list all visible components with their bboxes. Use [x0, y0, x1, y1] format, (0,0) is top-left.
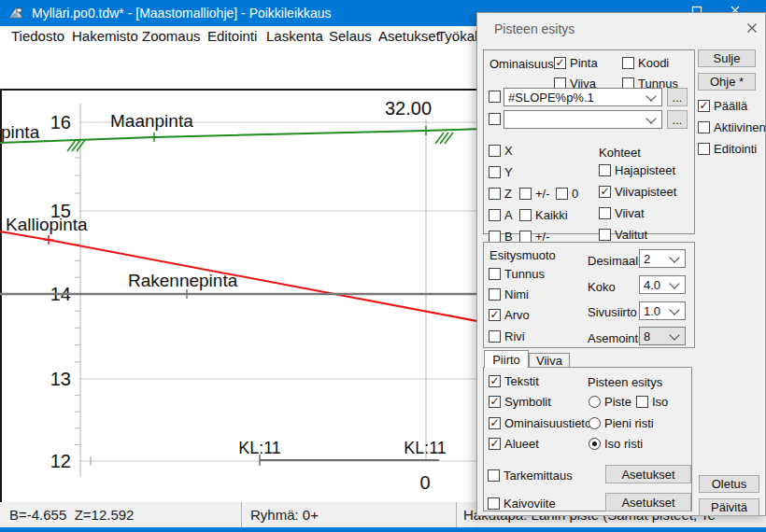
paalla-checkbox[interactable]: Päällä [698, 99, 747, 113]
format1-combobox[interactable]: #SLOPE%p%.1 [504, 88, 662, 106]
desimaalit-select[interactable]: 2 [639, 249, 686, 268]
menu-tiedosto[interactable]: Tiedosto [11, 28, 64, 44]
kaikki-checkbox[interactable]: Kaikki [519, 208, 568, 222]
status-divider [456, 502, 457, 527]
close-icon [746, 22, 758, 34]
chart-label: Kalliopinta [6, 215, 88, 234]
a-checkbox[interactable]: A [489, 208, 513, 222]
chevron-down-icon [645, 91, 656, 101]
z-plusminus-checkbox[interactable]: +/- [519, 187, 550, 201]
y-checkbox[interactable]: Y [489, 165, 513, 179]
menu-hakemisto[interactable]: Hakemisto [72, 28, 138, 44]
desimaalit-label: Desimaalit [588, 254, 645, 268]
tarkemittaus-checkbox[interactable]: Tarkemittaus [488, 469, 573, 483]
kohteet-label: Kohteet [599, 146, 641, 160]
tab-viiva[interactable]: Viiva [529, 353, 570, 368]
sulje-button[interactable]: Sulje [698, 49, 756, 67]
iso-risti-radio[interactable]: Iso risti [589, 437, 643, 451]
z-checkbox[interactable]: Z [489, 187, 512, 201]
koko-label: Koko [588, 280, 616, 294]
sivusiirto-label: Sivusiirto [588, 305, 637, 319]
alueet-checkbox[interactable]: Alueet [489, 437, 539, 451]
menu-zoomaus[interactable]: Zoomaus [142, 28, 201, 44]
ominaisuustieto-checkbox[interactable]: Ominaisuustieto [489, 416, 591, 430]
elevation-tick-label: 13 [50, 369, 71, 389]
valitut-checkbox[interactable]: Valitut [599, 228, 647, 242]
application-window: Mylläri.po0.tdw* - [Maastomalliohje] - P… [0, 0, 766, 532]
pieni-risti-radio[interactable]: Pieni risti [589, 416, 654, 430]
chart-label: 0 [419, 472, 430, 493]
chevron-down-icon [645, 113, 656, 123]
kaivoviite-asetukset-button[interactable]: Asetukset [605, 493, 691, 511]
dialog-close-button[interactable] [743, 19, 761, 37]
aktiivinen-checkbox[interactable]: Aktiivinen [698, 120, 766, 134]
status-coordinates: B=-4.655 Z=12.592 [9, 507, 134, 523]
viivat-checkbox[interactable]: Viivat [599, 206, 645, 220]
slope-hatch [440, 133, 448, 144]
menu-asetukset[interactable]: Asetukset [378, 28, 440, 44]
status-group: Ryhmä: 0+ [250, 507, 319, 523]
surface-line-kalliopinta [0, 231, 482, 322]
surface-line-maanpinta [0, 129, 482, 143]
esitysmuoto-nimi-checkbox[interactable]: Nimi [489, 287, 529, 301]
menu-selaus[interactable]: Selaus [329, 28, 372, 44]
chart-label: KL:11 [404, 439, 447, 457]
hajapisteet-checkbox[interactable]: Hajapisteet [599, 163, 675, 177]
tab-piirto[interactable]: Piirto [484, 350, 529, 368]
iso-checkbox[interactable]: Iso [636, 395, 668, 409]
pinta-checkbox[interactable]: Pinta [554, 56, 598, 70]
esitysmuoto-tunnus-checkbox[interactable]: Tunnus [489, 267, 545, 281]
chart-label: pinta [1, 122, 40, 142]
esitysmuoto-arvo-checkbox[interactable]: Arvo [489, 308, 530, 322]
slope-hatch [67, 140, 76, 151]
slope-hatch [445, 133, 453, 144]
elevation-tick-label: 16 [50, 112, 71, 133]
elevation-tick-label: 12 [50, 451, 71, 471]
koodi-checkbox[interactable]: Koodi [622, 56, 669, 70]
asemointi-select[interactable]: 8 [639, 327, 686, 345]
chevron-down-icon [669, 278, 679, 288]
kaivoviite-checkbox[interactable]: Kaivoviite [488, 497, 556, 511]
oletus-button[interactable]: Oletus [699, 475, 759, 493]
viivapisteet-checkbox[interactable]: Viivapisteet [599, 185, 676, 199]
editointi-checkbox[interactable]: Editointi [698, 142, 757, 156]
chart-label: 32.00 [385, 98, 432, 119]
format2-enable-checkbox[interactable] [489, 113, 501, 125]
z-zero-checkbox[interactable]: 0 [556, 187, 578, 201]
esitysmuoto-label: Esitysmuoto [489, 248, 556, 262]
sivusiirto-select[interactable]: 1.0 [639, 301, 686, 320]
x-checkbox[interactable]: X [489, 144, 513, 158]
slope-hatch [72, 140, 80, 151]
pisteen-esitys-dialog: Pisteen esitys Ominaisuus Pinta Koodi Vi… [476, 12, 766, 516]
tarkemittaus-asetukset-button[interactable]: Asetukset [605, 465, 691, 483]
esitysmuoto-rivi-checkbox[interactable]: Rivi [489, 329, 525, 343]
tekstit-checkbox[interactable]: Tekstit [489, 374, 539, 388]
menu-editointi[interactable]: Editointi [207, 28, 257, 44]
pisteen-esitys-label: Pisteen esitys [588, 375, 662, 389]
chart-label: KL:11 [238, 439, 281, 457]
chevron-down-icon [669, 329, 679, 340]
chevron-down-icon [669, 304, 679, 315]
status-divider [241, 502, 242, 527]
piste-radio[interactable]: Piste [589, 395, 631, 409]
koko-select[interactable]: 4.0 [639, 275, 686, 294]
slope-hatch [435, 133, 444, 144]
dialog-title: Pisteen esitys [494, 21, 574, 36]
menu-laskenta[interactable]: Laskenta [266, 28, 323, 44]
window-title: Mylläri.po0.tdw* - [Maastomalliohje] - P… [32, 6, 332, 21]
asemointi-label: Asemointi [588, 331, 641, 345]
format2-combobox[interactable] [504, 110, 662, 129]
taskbar-edge [0, 527, 766, 532]
chart-label: Maanpinta [110, 111, 193, 131]
chart-label: Rakennepinta [128, 271, 238, 290]
chevron-down-icon [669, 252, 679, 262]
symbolit-checkbox[interactable]: Symbolit [489, 395, 551, 409]
ominaisuus-label: Ominaisuus [489, 57, 554, 71]
app-icon [7, 5, 24, 21]
ohje-button[interactable]: Ohje * [698, 73, 756, 91]
paivita-button[interactable]: Päivitä [699, 498, 759, 516]
format1-more-button[interactable]: ... [667, 88, 688, 106]
format1-enable-checkbox[interactable] [489, 91, 501, 103]
format2-more-button[interactable]: ... [667, 110, 688, 129]
